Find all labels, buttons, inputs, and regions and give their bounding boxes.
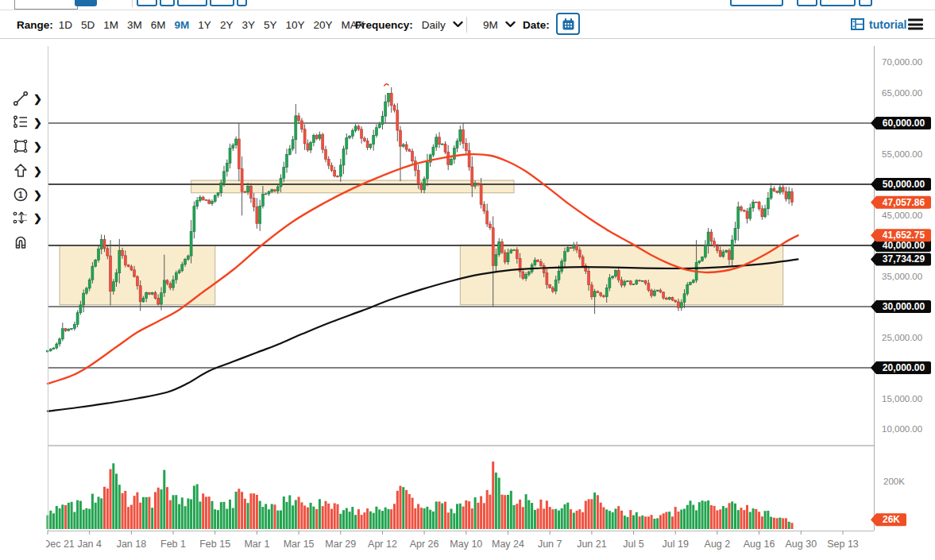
- range-option-1D[interactable]: 1D: [59, 18, 72, 30]
- drawing-tools-sidebar: ❯ ❯ ❯ ❯ 1 ❯: [0, 38, 46, 560]
- svg-text:30,000.00: 30,000.00: [883, 301, 925, 312]
- frequency-select[interactable]: Daily: [422, 18, 463, 30]
- svg-text:20,000.00: 20,000.00: [883, 362, 925, 373]
- cutoff-button[interactable]: [210, 0, 234, 6]
- axis-price-badge: 37,734.29: [871, 253, 931, 265]
- axis-price-badge: 60,000.00: [871, 117, 931, 129]
- svg-text:200K: 200K: [883, 477, 905, 486]
- svg-text:Dec 21: Dec 21: [43, 539, 75, 550]
- range-option-list: 1D5D1M3M6M9M1Y2Y3Y5Y10Y20YMAX: [59, 18, 365, 30]
- frequency-label: Frequency:: [355, 18, 413, 30]
- svg-text:Aug 30: Aug 30: [785, 539, 817, 550]
- svg-text:35,000.00: 35,000.00: [882, 272, 922, 281]
- svg-text:Jul 19: Jul 19: [663, 539, 689, 550]
- chevron-right-icon[interactable]: ❯: [33, 213, 42, 223]
- cutoff-button[interactable]: [797, 0, 817, 6]
- svg-text:65,000.00: 65,000.00: [882, 88, 922, 98]
- axis-price-badge: 26K: [871, 513, 906, 526]
- svg-text:Aug 2: Aug 2: [705, 539, 731, 550]
- range-option-10Y[interactable]: 10Y: [285, 18, 304, 30]
- cutoff-primary-button[interactable]: [75, 0, 97, 6]
- svg-text:Mar 29: Mar 29: [325, 539, 356, 550]
- range-option-20Y[interactable]: 20Y: [313, 18, 332, 30]
- cutoff-button[interactable]: [730, 0, 783, 6]
- cutoff-button[interactable]: [859, 0, 872, 6]
- svg-text:Aug 16: Aug 16: [744, 539, 775, 550]
- svg-text:Sep 13: Sep 13: [827, 539, 859, 550]
- axis-price-badge: 50,000.00: [871, 178, 931, 191]
- chevron-down-icon: [505, 21, 516, 28]
- svg-text:10,000.00: 10,000.00: [882, 424, 922, 434]
- svg-text:70,000.00: 70,000.00: [882, 57, 922, 67]
- tutorial-label: tutorial: [869, 18, 906, 31]
- svg-text:Jun 7: Jun 7: [538, 539, 562, 550]
- svg-text:41,652.75: 41,652.75: [883, 230, 925, 241]
- film-icon: [851, 18, 864, 30]
- svg-text:Apr 26: Apr 26: [410, 539, 439, 550]
- cutoff-separator: [132, 0, 133, 7]
- cutoff-button[interactable]: [137, 0, 157, 6]
- cutoff-button[interactable]: [160, 0, 175, 6]
- cutoff-button[interactable]: [820, 0, 856, 6]
- range-option-5Y[interactable]: 5Y: [264, 18, 277, 30]
- range-option-5D[interactable]: 5D: [81, 18, 95, 30]
- chart-toolbar: Range: 1D5D1M3M6M9M1Y2Y3Y5Y10Y20YMAX Fre…: [0, 10, 935, 39]
- svg-text:Jul 5: Jul 5: [623, 539, 643, 550]
- range-option-6M[interactable]: 6M: [151, 18, 166, 30]
- chevron-down-icon: [453, 21, 463, 28]
- svg-text:25,000.00: 25,000.00: [882, 333, 922, 342]
- axis-price-badge: 20,000.00: [871, 361, 931, 374]
- period-value: 9M: [483, 18, 498, 30]
- tool-arrow[interactable]: ❯: [12, 161, 44, 180]
- chevron-right-icon[interactable]: ❯: [33, 141, 42, 152]
- range-option-2Y[interactable]: 2Y: [220, 18, 234, 30]
- range-option-1M[interactable]: 1M: [103, 18, 118, 30]
- tool-trend-line[interactable]: ❯: [12, 89, 44, 108]
- date-picker-button[interactable]: [556, 13, 580, 35]
- tool-rectangle[interactable]: ❯: [12, 137, 44, 156]
- range-option-3Y[interactable]: 3Y: [241, 18, 255, 30]
- calendar-icon: [562, 17, 575, 31]
- axis-price-badge: 41,652.75: [871, 229, 931, 241]
- toolbar-divider: [466, 17, 467, 33]
- chevron-right-icon[interactable]: ❯: [33, 166, 42, 176]
- cutoff-button[interactable]: [237, 0, 247, 6]
- range-option-1Y[interactable]: 1Y: [198, 18, 211, 30]
- cutoff-button[interactable]: [177, 0, 207, 6]
- arrow-up-icon: [12, 162, 29, 180]
- tool-number-marker[interactable]: 1 ❯: [12, 185, 44, 204]
- svg-text:Feb 1: Feb 1: [160, 539, 186, 550]
- chevron-right-icon[interactable]: ❯: [33, 190, 42, 200]
- range-option-9M[interactable]: 9M: [175, 18, 190, 30]
- drawn-mark: [384, 84, 388, 87]
- tutorial-link[interactable]: tutorial: [851, 18, 906, 31]
- svg-text:45,000.00: 45,000.00: [882, 210, 922, 220]
- highlight-zones: [60, 180, 783, 305]
- svg-text:Apr 12: Apr 12: [368, 539, 397, 550]
- tool-annotations[interactable]: ❯: [12, 113, 44, 132]
- svg-text:Jan 18: Jan 18: [117, 539, 147, 550]
- rectangle-icon: [12, 137, 29, 155]
- svg-text:Jun 21: Jun 21: [577, 539, 607, 550]
- number-marker-icon: 1: [12, 186, 29, 203]
- annotations-icon: [12, 114, 29, 131]
- x-axis: Dec 21Jan 4Jan 18Feb 1Feb 15Mar 1Mar 15M…: [43, 531, 859, 550]
- cutoff-text-input[interactable]: [14, 0, 78, 10]
- chevron-right-icon[interactable]: ❯: [33, 118, 42, 128]
- hamburger-menu-button[interactable]: [908, 17, 923, 32]
- candlestick-series: [47, 87, 794, 353]
- magnet-icon: [12, 234, 29, 251]
- tool-magnet[interactable]: [12, 233, 44, 252]
- cutoff-toolbar-row: [0, 0, 935, 10]
- svg-text:55,000.00: 55,000.00: [882, 149, 922, 159]
- tool-measure[interactable]: ❯: [12, 208, 44, 227]
- range-option-3M[interactable]: 3M: [127, 18, 142, 30]
- measure-icon: [12, 209, 29, 226]
- price-chart[interactable]: Dec 21Jan 4Jan 18Feb 1Feb 15Mar 1Mar 15M…: [0, 0, 935, 560]
- period-select[interactable]: 9M: [483, 18, 516, 30]
- svg-text:37,734.29: 37,734.29: [883, 253, 925, 265]
- svg-text:May 10: May 10: [450, 539, 482, 550]
- svg-text:47,057.86: 47,057.86: [883, 197, 925, 208]
- chevron-right-icon[interactable]: ❯: [33, 94, 42, 104]
- svg-text:Feb 15: Feb 15: [199, 539, 230, 550]
